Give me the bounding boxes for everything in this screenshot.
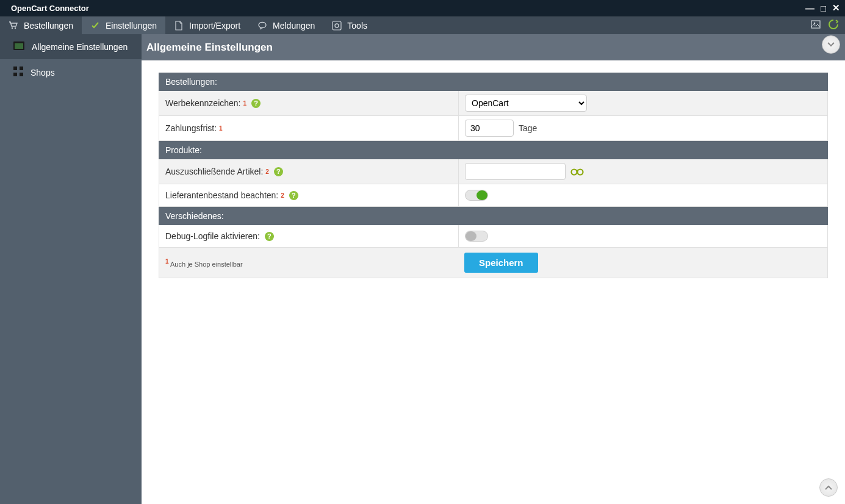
label-supplierstock: Lieferantenbestand beachten: 2 ? (159, 184, 458, 206)
paymentdue-input[interactable] (465, 120, 514, 137)
debug-toggle[interactable] (465, 231, 488, 242)
paymentdue-unit: Tage (519, 123, 537, 133)
svg-rect-8 (15, 43, 23, 49)
svg-point-2 (259, 22, 266, 27)
window-icon (13, 41, 24, 52)
label-debug: Debug-Logfile aktivieren: ? (159, 225, 458, 247)
exclude-input[interactable] (465, 163, 566, 180)
help-icon[interactable]: ? (289, 191, 298, 200)
label-paymentdue: Zahlungsfrist:1 (159, 116, 458, 140)
menu-label: Bestellungen (24, 21, 73, 31)
footnote-1: 1 (243, 100, 246, 107)
adcode-select[interactable]: OpenCart (465, 95, 587, 112)
menu-importexport[interactable]: Import/Export (165, 16, 249, 34)
footnote-text: 1 Auch je Shop einstellbar (165, 258, 464, 268)
check-icon (90, 21, 100, 31)
footnote-1: 1 (219, 125, 223, 132)
cart-icon (9, 21, 18, 31)
menu-settings[interactable]: Einstellungen (82, 16, 165, 34)
collapse-button[interactable] (822, 35, 840, 54)
svg-point-1 (15, 27, 16, 28)
maximize-icon[interactable]: □ (821, 3, 826, 13)
chat-icon (257, 21, 267, 31)
menu-label: Import/Export (189, 21, 240, 31)
menubar: Bestellungen Einstellungen Import/Export… (0, 16, 845, 34)
svg-point-6 (814, 23, 816, 24)
help-icon[interactable]: ? (274, 167, 283, 176)
close-icon[interactable]: ✕ (832, 2, 840, 13)
label-adcode: Werbekennzeichen: 1 ? (159, 91, 458, 115)
minimize-icon[interactable]: — (805, 3, 814, 13)
svg-point-0 (12, 27, 13, 28)
sidebar-item-label: Allgemeine Einstellungen (32, 42, 128, 52)
menu-label: Tools (347, 21, 367, 31)
sidebar-item-general[interactable]: Allgemeine Einstellungen (0, 34, 142, 59)
titlebar: OpenCart Connector — □ ✕ (0, 0, 845, 16)
scroll-top-button[interactable] (819, 478, 838, 497)
page-header: Allgemeine Einstellungen (142, 34, 845, 60)
supplierstock-toggle[interactable] (465, 190, 488, 201)
sidebar: Allgemeine Einstellungen Shops (0, 34, 142, 504)
svg-point-3 (335, 24, 339, 27)
footnote-2: 2 (265, 168, 269, 175)
footer-row: 1 Auch je Shop einstellbar Speichern (159, 248, 828, 278)
svg-rect-10 (20, 67, 23, 70)
sidebar-item-label: Shops (31, 68, 55, 77)
label-exclude: Auszuschließende Artikel: 2 ? (159, 159, 458, 184)
save-button[interactable]: Speichern (464, 253, 538, 273)
window-title: OpenCart Connector (11, 4, 89, 13)
help-icon[interactable]: ? (265, 232, 274, 241)
section-misc-heading: Verschiedenes: (159, 207, 828, 225)
binoculars-icon[interactable] (570, 167, 584, 176)
menu-orders[interactable]: Bestellungen (0, 16, 82, 34)
svg-rect-11 (13, 73, 17, 76)
svg-rect-12 (20, 73, 23, 76)
svg-rect-4 (333, 21, 341, 30)
svg-rect-5 (811, 21, 820, 28)
window-controls: — □ ✕ (805, 2, 840, 13)
section-products-heading: Produkte: (159, 141, 828, 159)
file-icon (174, 21, 184, 31)
help-icon[interactable]: ? (251, 99, 261, 108)
menu-messages[interactable]: Meldungen (249, 16, 323, 34)
footnote-2: 2 (281, 192, 284, 199)
section-orders-heading: Bestellungen: (159, 73, 828, 91)
menu-tools[interactable]: Tools (323, 16, 376, 34)
picture-icon[interactable] (811, 20, 821, 31)
grid-icon (13, 67, 23, 78)
content-area: Allgemeine Einstellungen Bestellungen: W… (142, 34, 845, 504)
menu-label: Meldungen (273, 21, 315, 31)
sidebar-item-shops[interactable]: Shops (0, 59, 142, 85)
svg-rect-9 (13, 67, 17, 70)
menu-label: Einstellungen (106, 21, 157, 31)
page-title: Allgemeine Einstellungen (146, 41, 273, 54)
gear-icon (332, 21, 342, 31)
refresh-icon[interactable] (828, 19, 839, 32)
